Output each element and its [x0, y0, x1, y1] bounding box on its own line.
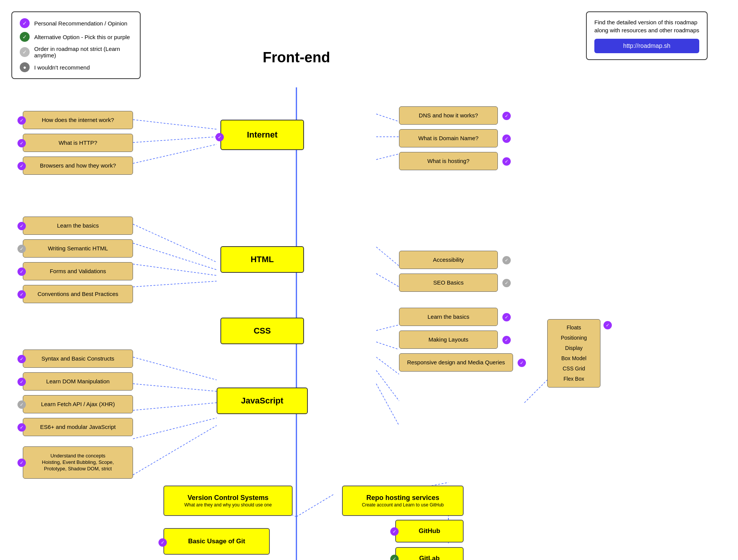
forms-badge: ✓: [17, 267, 26, 276]
internet-node: Internet: [220, 120, 304, 150]
svg-line-19: [133, 384, 217, 391]
legend-label-green: Alternative Option - Pick this or purple: [34, 34, 130, 40]
svg-line-7: [133, 243, 217, 270]
css-basics-badge: ✓: [502, 313, 511, 321]
legend-label-gray-light: Order in roadmap not strict (Learn anyti…: [34, 46, 132, 59]
conventions-node: Conventions and Best Practices: [23, 285, 133, 303]
github-node: GitHub: [395, 520, 464, 543]
semantic-html-badge: ✓: [17, 245, 26, 253]
seo-badge: ✓: [502, 279, 511, 287]
legend-item-green: ✓ Alternative Option - Pick this or purp…: [20, 32, 132, 42]
svg-line-5: [376, 154, 399, 160]
svg-line-9: [133, 281, 217, 287]
svg-line-20: [133, 403, 217, 410]
fetch-badge: ✓: [17, 400, 26, 409]
browsers-badge: ✓: [17, 162, 26, 170]
info-box: Find the detailed version of this roadma…: [586, 11, 708, 60]
http-badge: ✓: [17, 139, 26, 147]
syntax-badge: ✓: [17, 355, 26, 363]
dom-node: Learn DOM Manipulation: [23, 372, 133, 391]
svg-line-2: [133, 144, 217, 163]
syntax-node: Syntax and Basic Constructs: [23, 350, 133, 368]
accessibility-node: Accessibility: [399, 251, 498, 269]
svg-line-11: [376, 274, 399, 287]
roadmap-link[interactable]: http://roadmap.sh: [594, 39, 699, 53]
responsive-node: Responsive design and Media Queries: [399, 353, 513, 372]
seo-node: SEO Basics: [399, 274, 498, 292]
svg-line-21: [133, 418, 217, 439]
making-layouts-sub: Floats Positioning Display Box Model CSS…: [547, 319, 600, 388]
forms-node: Forms and Validations: [23, 262, 133, 280]
hosting-badge: ✓: [502, 157, 511, 166]
es6-node: ES6+ and modular JavaScript: [23, 418, 133, 436]
svg-line-22: [133, 426, 217, 475]
making-layouts-sub-badge: ✓: [603, 321, 612, 329]
legend-icon-purple: ✓: [20, 18, 30, 28]
hosting-node: What is hosting?: [399, 152, 498, 170]
legend-label-purple: Personal Recommendation / Opinion: [34, 20, 127, 27]
conventions-badge: ✓: [17, 290, 26, 299]
svg-line-16: [376, 384, 399, 426]
svg-line-24: [296, 494, 334, 517]
internet-badge: ✓: [215, 133, 224, 141]
legend-icon-gray-dark: ●: [20, 62, 30, 72]
legend-item-gray-dark: ● I wouldn't recommend: [20, 62, 132, 72]
svg-line-14: [376, 357, 399, 374]
css-basics-node: Learn the basics: [399, 308, 498, 326]
legend-label-gray-dark: I wouldn't recommend: [34, 64, 90, 71]
how-internet-badge: ✓: [17, 116, 26, 125]
svg-line-18: [133, 357, 217, 380]
html-basics-node: Learn the basics: [23, 217, 133, 235]
html-basics-badge: ✓: [17, 222, 26, 230]
git-badge: ✓: [158, 538, 167, 547]
javascript-node: JavaScript: [217, 388, 308, 414]
svg-line-0: [133, 120, 217, 129]
html-node: HTML: [220, 246, 304, 273]
legend-item-gray-light: ✓ Order in roadmap not strict (Learn any…: [20, 46, 132, 59]
repo-node: Repo hosting services Create account and…: [342, 486, 464, 516]
svg-line-13: [376, 342, 399, 350]
how-internet-node: How does the internet work?: [23, 111, 133, 129]
legend-box: ✓ Personal Recommendation / Opinion ✓ Al…: [11, 11, 141, 79]
svg-line-17: [524, 380, 547, 403]
svg-line-6: [133, 224, 217, 262]
concepts-node: Understand the conceptsHoisting, Event B…: [23, 446, 133, 479]
svg-line-1: [133, 137, 217, 142]
info-box-text: Find the detailed version of this roadma…: [594, 18, 699, 34]
concepts-badge: ✓: [17, 459, 26, 467]
es6-badge: ✓: [17, 423, 26, 432]
dns-badge: ✓: [502, 112, 511, 120]
dom-badge: ✓: [17, 378, 26, 386]
css-node: CSS: [220, 318, 304, 344]
making-layouts-badge: ✓: [502, 336, 511, 344]
domain-node: What is Domain Name?: [399, 129, 498, 147]
vcs-node: Version Control Systems What are they an…: [163, 486, 293, 516]
svg-line-10: [376, 247, 399, 266]
svg-line-12: [376, 325, 399, 331]
legend-item-purple: ✓ Personal Recommendation / Opinion: [20, 18, 132, 28]
legend-icon-gray-light: ✓: [20, 47, 30, 57]
fetch-node: Learn Fetch API / Ajax (XHR): [23, 395, 133, 413]
svg-line-15: [376, 370, 399, 401]
github-badge: ✓: [390, 527, 399, 536]
svg-line-8: [133, 264, 217, 275]
semantic-html-node: Writing Semantic HTML: [23, 239, 133, 258]
responsive-badge: ✓: [518, 359, 526, 367]
dns-node: DNS and how it works?: [399, 106, 498, 125]
legend-icon-green: ✓: [20, 32, 30, 42]
making-layouts-node: Making Layouts: [399, 331, 498, 349]
main-title: Front-end: [263, 49, 330, 66]
gitlab-node: GitLab: [395, 547, 464, 560]
browsers-node: Browsers and how they work?: [23, 157, 133, 175]
http-node: What is HTTP?: [23, 134, 133, 152]
git-node: Basic Usage of Git: [163, 528, 270, 555]
accessibility-badge: ✓: [502, 256, 511, 264]
svg-line-3: [376, 114, 399, 122]
domain-badge: ✓: [502, 134, 511, 143]
